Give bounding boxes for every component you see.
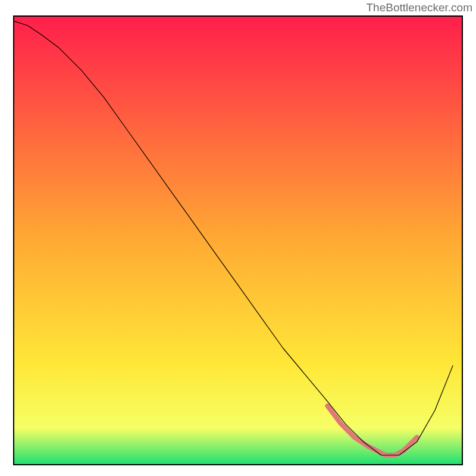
attribution-text: TheBottlenecker.com <box>367 1 472 14</box>
bottleneck-curve <box>14 21 453 456</box>
chart-curves <box>14 17 462 464</box>
optimal-band <box>327 406 416 455</box>
chart-area <box>13 15 463 465</box>
